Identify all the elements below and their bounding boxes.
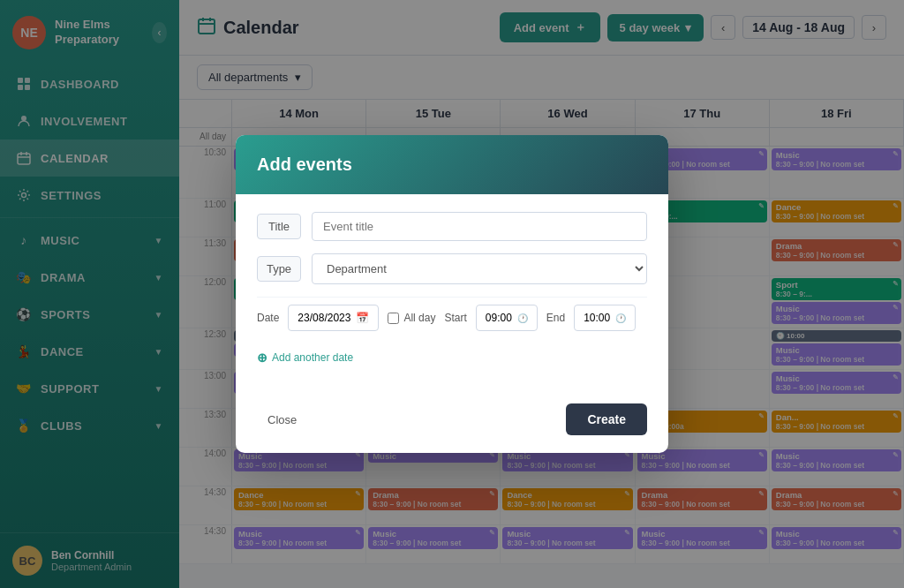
type-field-label: Type	[257, 256, 301, 282]
end-clock-icon: 🕐	[615, 313, 626, 323]
start-clock-icon: 🕐	[517, 313, 528, 323]
date-row: Date 23/08/2023 📅 All day Start 09:00 🕐 …	[257, 297, 647, 338]
start-time-input[interactable]: 09:00 🕐	[476, 305, 538, 331]
all-day-checkbox-area: All day	[388, 312, 435, 324]
add-date-label: Add another date	[272, 351, 353, 364]
add-date-plus-icon: ⊕	[257, 351, 267, 365]
title-field-label: Title	[257, 214, 301, 239]
title-row: Title	[257, 212, 647, 241]
calendar-picker-icon: 📅	[356, 312, 369, 324]
modal-header: Add events	[236, 135, 668, 194]
end-time-value: 10:00	[584, 312, 610, 324]
date-input[interactable]: 23/08/2023 📅	[288, 305, 379, 331]
close-label: Close	[267, 413, 297, 426]
start-label: Start	[444, 312, 466, 324]
title-input[interactable]	[312, 212, 647, 241]
date-field-label: Date	[257, 312, 279, 324]
start-time-value: 09:00	[486, 312, 512, 324]
modal-footer: Close Create	[236, 391, 668, 453]
all-day-label: All day	[403, 312, 435, 324]
modal-title: Add events	[257, 155, 647, 175]
modal-body: Title Type Department Date 23/08/2023 📅 …	[236, 194, 668, 391]
end-label: End	[546, 312, 565, 324]
all-day-checkbox[interactable]	[388, 313, 399, 324]
create-button[interactable]: Create	[566, 403, 647, 435]
add-another-date-link[interactable]: ⊕ Add another date	[257, 351, 647, 365]
modal-overlay[interactable]: Add events Title Type Department Date 23…	[0, 0, 904, 588]
type-select[interactable]: Department	[312, 253, 647, 284]
date-value: 23/08/2023	[298, 312, 350, 324]
type-row: Type Department	[257, 253, 647, 284]
end-time-input[interactable]: 10:00 🕐	[574, 305, 636, 331]
add-events-modal: Add events Title Type Department Date 23…	[236, 135, 668, 453]
close-button[interactable]: Close	[257, 406, 307, 433]
create-label: Create	[587, 412, 626, 426]
